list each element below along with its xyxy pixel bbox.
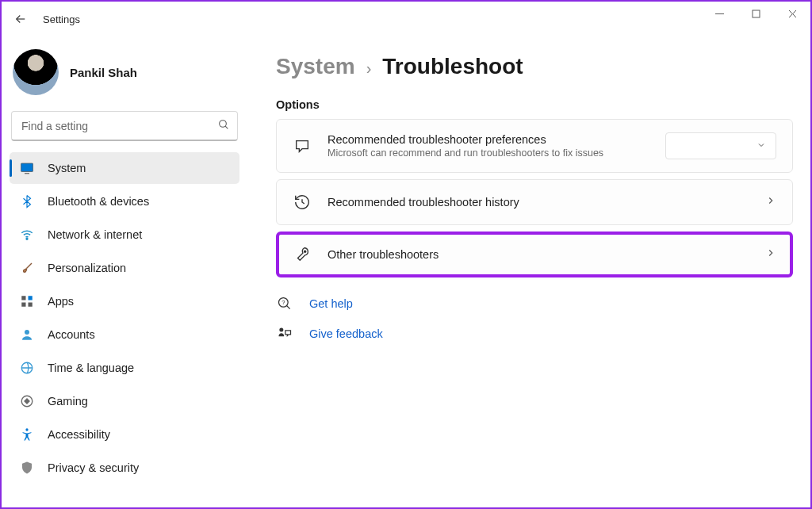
preferences-dropdown[interactable] xyxy=(665,132,776,159)
sidebar-item-label: Accessibility xyxy=(48,428,110,441)
svg-point-9 xyxy=(26,238,28,239)
minimize-button[interactable] xyxy=(701,2,737,25)
clock-globe-icon xyxy=(19,360,35,376)
shield-icon xyxy=(19,460,35,476)
profile-name: Pankil Shah xyxy=(70,66,137,79)
svg-rect-12 xyxy=(21,303,25,307)
card-troubleshooter-history[interactable]: Recommended troubleshooter history xyxy=(276,179,793,225)
search-icon xyxy=(217,118,230,134)
sidebar-item-label: Time & language xyxy=(48,362,134,374)
svg-point-21 xyxy=(279,328,283,332)
wrench-icon xyxy=(293,245,312,264)
content: System › Troubleshoot Options Recommende… xyxy=(247,32,810,506)
sidebar-item-system[interactable]: System xyxy=(10,152,239,184)
card-title: Recommended troubleshooter preferences xyxy=(327,133,649,146)
apps-icon xyxy=(19,293,35,309)
sidebar-item-bluetooth[interactable]: Bluetooth & devices xyxy=(10,186,239,217)
sidebar-item-label: System xyxy=(48,162,86,174)
sidebar-item-label: Privacy & security xyxy=(48,461,139,474)
nav: System Bluetooth & devices Network & int… xyxy=(8,152,241,484)
section-title: Options xyxy=(276,98,793,111)
window-controls xyxy=(701,2,810,25)
person-icon xyxy=(19,327,35,343)
chevron-right-icon xyxy=(765,247,776,262)
help-icon: ? xyxy=(276,295,293,312)
accessibility-icon xyxy=(19,427,35,442)
sidebar-item-label: Apps xyxy=(48,295,74,308)
sidebar-item-accounts[interactable]: Accounts xyxy=(10,319,239,350)
svg-text:?: ? xyxy=(282,299,285,306)
app-title: Settings xyxy=(43,13,80,25)
wifi-icon xyxy=(19,227,35,243)
chevron-right-icon xyxy=(765,195,776,209)
breadcrumb-parent[interactable]: System xyxy=(276,54,355,79)
bluetooth-icon xyxy=(19,193,35,209)
sidebar-item-gaming[interactable]: Gaming xyxy=(10,385,239,417)
chat-icon xyxy=(293,136,312,155)
svg-line-5 xyxy=(225,126,228,128)
svg-rect-10 xyxy=(21,296,25,300)
svg-rect-13 xyxy=(29,303,33,307)
search-wrap xyxy=(11,111,238,141)
svg-rect-11 xyxy=(29,296,33,300)
svg-point-18 xyxy=(304,251,306,252)
sidebar-item-time[interactable]: Time & language xyxy=(10,352,239,384)
sidebar-item-label: Accounts xyxy=(48,328,95,341)
sidebar-item-label: Gaming xyxy=(48,395,88,408)
give-feedback-row: Give feedback xyxy=(276,325,793,343)
svg-point-17 xyxy=(25,428,28,431)
sidebar: Pankil Shah System Bluetooth & devices xyxy=(2,32,247,506)
svg-point-14 xyxy=(25,330,29,335)
feedback-icon xyxy=(276,325,293,343)
svg-rect-1 xyxy=(753,10,760,17)
sidebar-item-apps[interactable]: Apps xyxy=(10,285,239,317)
avatar xyxy=(13,49,59,95)
back-button[interactable] xyxy=(10,8,32,30)
chevron-down-icon xyxy=(756,139,766,153)
get-help-row: ? Get help xyxy=(276,295,793,312)
sidebar-item-accessibility[interactable]: Accessibility xyxy=(10,419,239,450)
breadcrumb: System › Troubleshoot xyxy=(276,54,793,79)
svg-rect-6 xyxy=(21,163,33,172)
profile[interactable]: Pankil Shah xyxy=(8,40,241,111)
sidebar-item-label: Network & internet xyxy=(48,228,142,241)
get-help-link[interactable]: Get help xyxy=(309,297,353,310)
breadcrumb-separator-icon: › xyxy=(366,59,372,78)
card-recommended-preferences[interactable]: Recommended troubleshooter preferences M… xyxy=(276,119,793,173)
sidebar-item-label: Personalization xyxy=(48,262,126,274)
card-subtitle: Microsoft can recommend and run troubles… xyxy=(327,147,649,159)
paintbrush-icon xyxy=(19,260,35,276)
display-icon xyxy=(19,160,35,176)
breadcrumb-current: Troubleshoot xyxy=(382,54,523,79)
card-title: Other troubleshooters xyxy=(327,248,749,261)
svg-point-4 xyxy=(220,121,227,128)
sidebar-item-privacy[interactable]: Privacy & security xyxy=(10,452,239,484)
close-button[interactable] xyxy=(774,2,810,25)
give-feedback-link[interactable]: Give feedback xyxy=(309,327,383,340)
links: ? Get help Give feedback xyxy=(276,295,793,343)
card-title: Recommended troubleshooter history xyxy=(327,196,749,209)
titlebar: Settings xyxy=(2,2,810,32)
history-icon xyxy=(293,193,312,212)
gaming-icon xyxy=(19,393,35,409)
search-input[interactable] xyxy=(11,111,238,141)
maximize-button[interactable] xyxy=(737,2,774,25)
sidebar-item-personalization[interactable]: Personalization xyxy=(10,252,239,284)
sidebar-item-network[interactable]: Network & internet xyxy=(10,219,239,251)
card-other-troubleshooters[interactable]: Other troubleshooters xyxy=(276,232,793,277)
sidebar-item-label: Bluetooth & devices xyxy=(48,195,149,208)
